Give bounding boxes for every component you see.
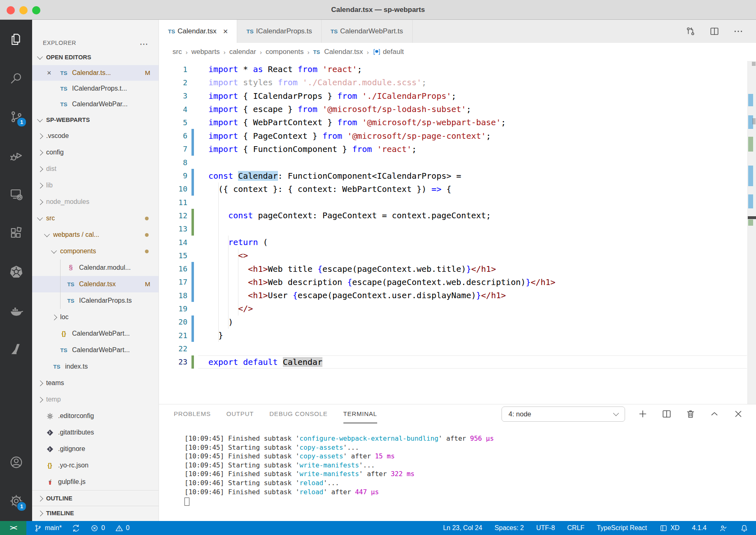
code-line[interactable]: 3import { ICalendarProps } from './ICale… xyxy=(159,89,756,103)
tree-item[interactable]: {}.yo-rc.json xyxy=(32,457,159,474)
open-editors-header[interactable]: OPEN EDITORS xyxy=(32,49,159,65)
code-line[interactable]: 8 xyxy=(159,156,756,169)
tree-item[interactable]: gulpfile.js xyxy=(32,474,159,490)
code-line[interactable]: 18 <h1>User {escape(pageContext.user.dis… xyxy=(159,289,756,302)
tree-item[interactable]: config xyxy=(32,144,159,161)
code-line[interactable]: 22 xyxy=(159,342,756,355)
activity-bar-docker[interactable] xyxy=(0,291,32,329)
code-line[interactable]: 14 return ( xyxy=(159,236,756,249)
code-line[interactable]: 11 xyxy=(159,196,756,209)
code-line[interactable]: 5import { WebPartContext } from '@micros… xyxy=(159,116,756,129)
code-line[interactable]: 17 <h1>Web description {escape(pageConte… xyxy=(159,276,756,289)
code-line[interactable]: 16 <h1>Web title {escape(pageContext.web… xyxy=(159,262,756,275)
tree-item[interactable]: src xyxy=(32,210,159,227)
activity-bar-source-control[interactable]: 1 xyxy=(0,97,32,136)
plus-action[interactable] xyxy=(637,409,648,419)
remote-indicator[interactable]: >< xyxy=(0,521,26,535)
project-header[interactable]: SP-WEBPARTS xyxy=(32,112,159,128)
code-line[interactable]: 1import * as React from 'react'; xyxy=(159,63,756,76)
panel-tab-terminal[interactable]: TERMINAL xyxy=(343,404,377,423)
activity-bar-extensions[interactable] xyxy=(0,213,32,252)
code-line[interactable]: 2import styles from './Calendar.module.s… xyxy=(159,76,756,89)
status-item-notifications[interactable] xyxy=(740,524,749,533)
zoom-window-button[interactable] xyxy=(32,6,40,14)
activity-bar-run-and-debug[interactable] xyxy=(0,136,32,175)
open-editor-item[interactable]: TSICalendarProps.t... xyxy=(32,81,159,96)
ellipsis-action[interactable] xyxy=(733,26,744,37)
breadcrumb-item[interactable]: calendar xyxy=(229,48,256,56)
tree-item[interactable]: dist xyxy=(32,161,159,177)
breadcrumb-item[interactable]: src xyxy=(173,48,182,56)
minimize-window-button[interactable] xyxy=(19,6,28,14)
status-item-cursor-position[interactable]: Ln 23, Col 24 xyxy=(443,524,482,532)
status-item-indentation[interactable]: Spaces: 2 xyxy=(495,524,524,532)
activity-bar-settings[interactable]: 1 xyxy=(0,481,32,520)
terminal-output[interactable]: [10:09:45] Finished subtask 'configure-w… xyxy=(159,423,756,506)
editor-tab-Calendar.tsx[interactable]: TSCalendar.tsx× xyxy=(159,20,237,43)
timeline-header[interactable]: TIMELINE xyxy=(32,506,159,520)
activity-bar-azure[interactable] xyxy=(0,329,32,368)
close-icon[interactable]: × xyxy=(223,27,228,36)
activity-bar-kubernetes[interactable] xyxy=(0,252,32,291)
tree-item[interactable]: node_modules xyxy=(32,194,159,210)
tree-item[interactable]: .vscode xyxy=(32,128,159,144)
code-line[interactable]: 15 <> xyxy=(159,249,756,262)
terminal-select[interactable]: 4: node xyxy=(502,407,625,422)
status-item-version[interactable]: 4.1.4 xyxy=(692,524,707,532)
tree-item[interactable]: {}CalendarWebPart... xyxy=(32,325,159,342)
status-item-language-mode[interactable]: TypeScript React xyxy=(597,524,647,532)
trash-action[interactable] xyxy=(685,409,696,419)
close-icon[interactable]: × xyxy=(47,69,58,77)
status-item-errors[interactable]: 0 xyxy=(90,524,105,533)
code-line[interactable]: 10 ({ context }: { context: WebPartConte… xyxy=(159,182,756,196)
code-line[interactable]: 13 xyxy=(159,222,756,236)
activity-bar-search[interactable] xyxy=(0,58,32,97)
minimap[interactable]: import * as React from 'react';import st… xyxy=(680,61,747,96)
tree-item[interactable]: components xyxy=(32,243,159,259)
overview-ruler[interactable] xyxy=(747,61,756,404)
split-action[interactable] xyxy=(709,26,720,37)
code-line[interactable]: 7import { FunctionComponent } from 'reac… xyxy=(159,143,756,156)
code-editor[interactable]: 1import * as React from 'react';2import … xyxy=(159,61,756,404)
status-item-git-branch[interactable]: main* xyxy=(34,524,62,533)
panel-tab-debug-console[interactable]: DEBUG CONSOLE xyxy=(269,404,327,423)
status-item-end-of-line[interactable]: CRLF xyxy=(567,524,585,532)
chevup-action[interactable] xyxy=(709,409,720,419)
split-action[interactable] xyxy=(661,409,672,419)
tree-item[interactable]: §Calendar.modul... xyxy=(32,259,159,276)
tree-item[interactable]: teams xyxy=(32,375,159,391)
tree-item[interactable]: .gitattributes xyxy=(32,424,159,441)
tree-item[interactable]: TSindex.ts xyxy=(32,358,159,375)
breadcrumb-item[interactable]: components xyxy=(266,48,304,56)
status-item-feedback[interactable] xyxy=(719,524,728,533)
tree-item[interactable]: .gitignore xyxy=(32,441,159,457)
status-item-warnings[interactable]: 0 xyxy=(115,524,130,533)
code-line[interactable]: 23export default Calendar xyxy=(159,355,756,369)
tree-item[interactable]: TSCalendarWebPart... xyxy=(32,342,159,358)
tree-item[interactable]: TSCalendar.tsxM xyxy=(32,276,159,292)
tree-item[interactable]: lib xyxy=(32,177,159,194)
status-item-xd-extension[interactable]: XD xyxy=(659,524,679,533)
code-line[interactable]: 20 ) xyxy=(159,315,756,329)
code-line[interactable]: 9const Calendar: FunctionComponent<ICale… xyxy=(159,169,756,182)
tree-item[interactable]: TSICalendarProps.ts xyxy=(32,292,159,309)
activity-bar-remote-explorer[interactable] xyxy=(0,175,32,213)
code-line[interactable]: 4import { escape } from '@microsoft/sp-l… xyxy=(159,103,756,116)
tree-item[interactable]: .editorconfig xyxy=(32,408,159,424)
code-line[interactable]: 12 const pageContext: PageContext = cont… xyxy=(159,209,756,222)
tree-item[interactable]: temp xyxy=(32,391,159,408)
panel-tab-problems[interactable]: PROBLEMS xyxy=(174,404,211,423)
open-editor-item[interactable]: TSCalendarWebPar... xyxy=(32,96,159,112)
panel-tab-output[interactable]: OUTPUT xyxy=(226,404,254,423)
breadcrumb-item[interactable]: webparts xyxy=(191,48,220,56)
breadcrumb-item[interactable]: default xyxy=(373,48,404,56)
close-window-button[interactable] xyxy=(7,6,15,14)
close-action[interactable] xyxy=(733,409,744,419)
breadcrumb-item[interactable]: TSCalendar.tsx xyxy=(313,48,363,56)
code-line[interactable]: 19 </> xyxy=(159,302,756,315)
status-item-encoding[interactable]: UTF-8 xyxy=(536,524,555,532)
activity-bar-accounts[interactable] xyxy=(0,443,32,481)
editor-tab-CalendarWebPart.ts[interactable]: TSCalendarWebPart.ts xyxy=(322,20,413,43)
editor-tab-ICalendarProps.ts[interactable]: TSICalendarProps.ts xyxy=(237,20,321,43)
tree-item[interactable]: webparts / cal... xyxy=(32,227,159,243)
